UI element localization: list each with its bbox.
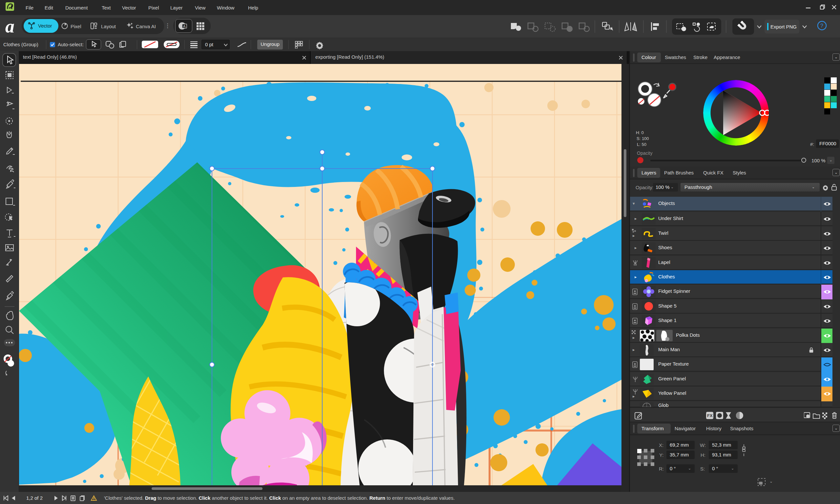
svg-text:Export PNG: Export PNG — [770, 24, 797, 30]
svg-text:A: A — [183, 24, 186, 28]
svg-text:?: ? — [820, 23, 823, 29]
svg-text:FX: FX — [707, 413, 713, 418]
